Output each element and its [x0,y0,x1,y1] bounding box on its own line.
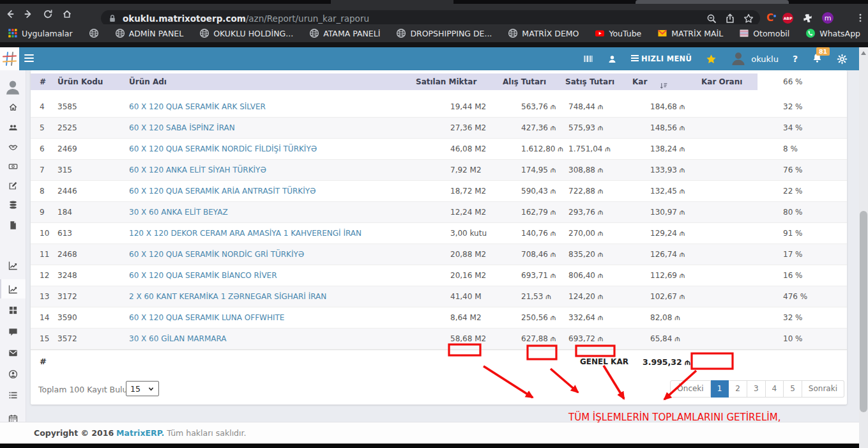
product-link[interactable]: 60 X 120 QUA SERAMİK NORDİC GRİ TÜRKİYƏ [125,250,447,259]
bookmark-item[interactable]: Otomobil [739,28,789,38]
sidebar-item-handshake[interactable] [0,137,26,157]
sidebar-item-user-avatar[interactable] [0,78,26,97]
zoom-icon[interactable] [706,13,717,24]
bookmark-item[interactable]: MATRİX DEMO [508,28,579,38]
sidebar-item-edit[interactable] [0,176,26,195]
scrollbar-thumb[interactable] [860,211,867,412]
brand-link[interactable]: MatrixERP. [116,428,164,438]
favorites-star-icon[interactable] [706,54,717,65]
scrollbar-up-arrow[interactable] [861,51,866,55]
cell-purchase: 1.612,80 ₼ [519,144,566,153]
bookmark-item[interactable]: OKUKLU HOLDİNG... [199,28,293,38]
col-header-profit[interactable]: Kar [632,73,647,90]
home-button[interactable] [57,5,77,23]
col-header-ratio[interactable]: Kar Oranı [701,73,742,90]
notifications-button[interactable]: 81 [812,52,823,66]
product-link[interactable]: 30 X 60 GİLAN MARMARA [125,334,447,343]
bookmark-item[interactable]: DROPSHIPPING DE... [396,28,492,38]
pagination-page-4[interactable]: 4 [766,380,784,398]
col-header-code[interactable]: Ürün Kodu [57,73,103,90]
handshake-icon [8,143,18,152]
forward-button[interactable] [19,5,38,23]
sidebar-toggle-button[interactable] [24,54,34,64]
bookmark-item[interactable]: MATRİX MAİL [657,28,723,38]
sidebar-item-home[interactable] [0,97,26,116]
pagination-page-2[interactable]: 2 [729,380,747,398]
product-link[interactable]: 60 X 120 SABA İSPİNZ İRAN [125,123,447,132]
globe-icon [199,28,209,38]
table-row: 14359060 X 120 QUA SERAMIK LUNA OFFWHITE… [31,307,847,328]
bookmarks-bar: UygulamalarADMİN PANELOKUKLU HOLDİNG...A… [0,24,868,42]
url-text[interactable]: okuklu.matrixotoerp.com/azn/Report/urun_… [123,13,369,24]
product-link[interactable]: 60 X 120 QUA SERAMIK LUNA OFFWHITE [125,313,447,322]
bookmark-item[interactable]: YouTube [595,28,641,38]
product-link[interactable]: 60 X 120 QUA SERAMİK BİANCO RİVER [125,271,447,280]
col-header-num[interactable]: # [40,73,46,90]
back-button[interactable] [0,5,19,23]
bookmark-label: OKUKLU HOLDİNG... [213,29,293,38]
settings-button[interactable] [837,54,848,65]
page-size-select[interactable]: 15 [126,381,159,396]
sidebar-item-envelope[interactable] [0,343,26,362]
sidebar-item-grid[interactable] [0,300,26,320]
vertical-scrollbar[interactable] [859,47,868,448]
page-size-value: 15 [130,384,141,394]
table-body: 4358560 X 120 QUA SERAMİK ARK SİLVER19,4… [31,97,847,350]
product-link[interactable]: 60 X 120 ANKA ELİT SİYAH TÜRKİYƏ [125,166,447,174]
sidebar-item-list[interactable] [0,385,26,405]
cell-code: 3572 [50,334,125,343]
cell-qty: 20,88 M2 [447,250,519,259]
product-link[interactable]: 30 X 60 ANKA ELİT BEYAZ [125,208,447,217]
help-button[interactable]: ? [793,54,798,64]
pagination-page-1[interactable]: 1 [711,380,729,398]
quick-menu-button[interactable]: HIZLI MENÜ [631,54,692,63]
product-link[interactable]: 60 X 120 QUA SERAMİK ARİA ANTRASİT TÜRKİ… [125,187,447,196]
extension-profile-m-icon[interactable]: m [822,12,834,24]
reload-button[interactable] [38,5,57,23]
pagination-next[interactable]: Sonraki [802,380,844,398]
globe-icon [396,28,406,38]
cell-ratio: 17 % [779,250,847,259]
product-link[interactable]: 60 X 120 QUA SERAMİK ARK SİLVER [125,102,447,111]
extension-abp-icon[interactable]: ABP [782,13,793,24]
col-header-qty[interactable]: Satılan Miktar [416,73,476,90]
sidebar-item-chart-line[interactable] [0,256,26,275]
extension-c-ext-icon[interactable]: C [766,13,773,23]
cell-ratio: 8 % [779,144,847,153]
user-menu[interactable]: okuklu [731,51,779,66]
user-icon[interactable] [607,54,617,64]
cell-profit: 129,24 ₼ [648,229,779,238]
sort-desc-icon[interactable] [660,77,668,94]
sidebar-item-comment[interactable] [0,322,26,341]
pagination-page-3[interactable]: 3 [747,380,766,398]
col-header-purchase[interactable]: Alış Tutarı [503,73,546,90]
sidebar-item-chart-line-active[interactable] [0,279,26,298]
bookmark-item[interactable] [89,28,99,38]
col-header-sale[interactable]: Satış Tutarı [565,73,614,90]
bookmark-item[interactable]: ATAMA PANELİ [309,28,380,38]
bookmark-item[interactable]: Uygulamalar [8,28,73,38]
sidebar-item-database[interactable] [0,195,26,214]
bookmark-star-icon[interactable] [743,13,754,24]
extension-puzzle-icon[interactable] [802,13,813,24]
bookmark-label: MATRİX DEMO [522,29,579,38]
product-link[interactable]: 60 X 120 QUA SERAMİK NORDİC FİLDİŞİ TÜRK… [125,144,447,153]
app-logo[interactable] [0,47,19,70]
pagination-page-5[interactable]: 5 [784,380,802,398]
cell-sale: 693,72 ₼ [566,334,648,343]
notification-badge: 81 [816,47,830,56]
col-header-name[interactable]: Ürün Adı [129,73,167,90]
product-link[interactable]: 2 X 60 KANT KERAMİKA 1 ZƏRNEGAR SİGHARİ … [125,292,447,301]
pagination-prev[interactable]: Önceki [670,380,710,398]
cell-qty: 18,72 M2 [447,187,519,196]
sidebar-item-user-circle[interactable] [0,364,26,383]
barcode-icon[interactable] [583,54,593,64]
product-link[interactable]: 120 X 120 DEKOR CERAM ARA AMASİYA 1 KAHV… [125,229,447,238]
sidebar-item-banknote[interactable] [0,157,26,176]
sidebar-item-users[interactable] [0,118,26,137]
share-icon[interactable] [725,13,735,24]
bookmark-item[interactable]: WhatsApp [805,28,860,38]
sidebar-item-document[interactable] [0,215,26,235]
list-controls: Toplam 100 Kayıt Bulundu. 15 Önceki12345… [31,374,847,405]
bookmark-item[interactable]: ADMİN PANEL [115,28,183,38]
